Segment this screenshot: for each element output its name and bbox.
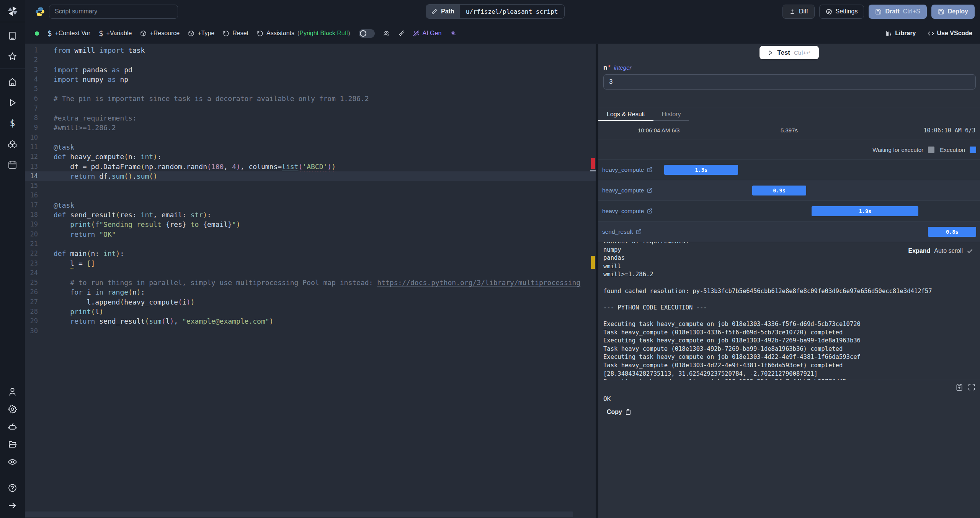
sidebar-item-home[interactable]	[5, 75, 20, 88]
job-link[interactable]: heavy_compute	[598, 208, 653, 215]
assistants-button[interactable]: Assistants (Pyright Black Ruff)	[257, 30, 350, 37]
code-line[interactable]: 13 df = pd.DataFrame(np.random.randn(100…	[25, 162, 596, 171]
execution-bar[interactable]: 0.8s	[928, 227, 976, 237]
sidebar-item-workers[interactable]	[5, 420, 20, 433]
sidebar-item-settings[interactable]	[5, 402, 20, 415]
path-breadcrumb[interactable]: Path u/rfiszel/pleasant_script	[426, 4, 565, 19]
format-code-button[interactable]	[398, 30, 405, 37]
sidebar-item-schedules[interactable]	[5, 158, 20, 171]
code-line[interactable]: 15	[25, 181, 596, 191]
sidebar-item-runs[interactable]	[5, 96, 20, 109]
test-button[interactable]: Test Ctrl+↵	[760, 46, 818, 59]
code-editor[interactable]: 1from wmill import task23import pandas a…	[25, 44, 596, 518]
copy-row: Copy	[598, 402, 980, 415]
run-panel: Test Ctrl+↵ n * integer Logs & Result Hi…	[598, 44, 980, 518]
draft-label: Draft	[885, 8, 899, 15]
vim-mode-toggle[interactable]	[359, 29, 375, 38]
execution-bar[interactable]: 1.3s	[664, 165, 738, 175]
arg-required-mark: *	[608, 64, 610, 71]
line-number: 10	[25, 133, 44, 142]
arg-n-input[interactable]	[603, 74, 976, 90]
script-summary-input[interactable]	[49, 5, 178, 19]
package-icon	[140, 30, 147, 37]
code-line[interactable]: 9#wmill>=1.286.2	[25, 123, 596, 132]
code-line[interactable]: 25 # to run things in parallel, simply u…	[25, 278, 596, 287]
windmill-logo[interactable]	[0, 0, 25, 22]
sidebar-item-audit-logs[interactable]	[5, 455, 20, 468]
diff-button[interactable]: Diff	[782, 5, 815, 19]
job-link[interactable]: send_result	[598, 228, 642, 235]
deploy-button[interactable]: Deploy	[931, 5, 975, 19]
sidebar-item-variables[interactable]: $	[5, 117, 20, 130]
line-number: 27	[25, 297, 44, 307]
execution-bar[interactable]: 0.9s	[752, 186, 807, 195]
maximize-icon[interactable]	[968, 383, 975, 391]
code-line[interactable]: 11@task	[25, 142, 596, 152]
clipboard-copy-icon[interactable]	[956, 383, 963, 391]
code-line[interactable]: 18def send_result(res: int, email: str):	[25, 210, 596, 220]
sidebar-item-workspace[interactable]	[5, 29, 20, 42]
tab-logs-result[interactable]: Logs & Result	[598, 108, 653, 121]
reset-button[interactable]: Reset	[223, 30, 248, 37]
help-button[interactable]	[5, 481, 20, 494]
code-line[interactable]: 12def heavy_compute(n: int):	[25, 152, 596, 161]
ai-gen-button[interactable]: AI Gen	[413, 30, 442, 37]
code-line[interactable]: 27 l.append(heavy_compute(i))	[25, 297, 596, 307]
code-line[interactable]: 5	[25, 84, 596, 94]
code-line[interactable]: 21	[25, 239, 596, 249]
code-line[interactable]: 14 return df.sum().sum()	[25, 171, 596, 181]
assistant-pyright: Pyright	[299, 30, 318, 36]
horizontal-scrollbar[interactable]	[25, 511, 573, 517]
code-line[interactable]: 3import pandas as pd	[25, 65, 596, 75]
check-icon[interactable]	[967, 248, 973, 254]
add-variable-button[interactable]: $ +Variable	[99, 29, 132, 37]
sidebar-item-resources[interactable]	[5, 137, 20, 150]
job-link[interactable]: heavy_compute	[598, 166, 653, 173]
code-line[interactable]: 10	[25, 133, 596, 142]
code-line[interactable]: 8#extra_requirements:	[25, 113, 596, 123]
sidebar-item-favorites[interactable]	[5, 50, 20, 63]
code-line[interactable]: 17@task	[25, 200, 596, 210]
code-line[interactable]: 2	[25, 55, 596, 65]
code-line[interactable]: 28 print(l)	[25, 307, 596, 316]
reset-label: Reset	[232, 30, 248, 37]
code-line[interactable]: 7	[25, 104, 596, 113]
add-context-var-label: +Context Var	[55, 30, 90, 37]
library-button[interactable]: Library	[885, 30, 916, 37]
code-line[interactable]: 16	[25, 191, 596, 200]
code-line[interactable]: 1from wmill import task	[25, 46, 596, 55]
code-line[interactable]: 24	[25, 268, 596, 278]
code-line[interactable]: 20 return "OK"	[25, 230, 596, 239]
multiplayer-button[interactable]	[383, 30, 390, 37]
sparkles-button[interactable]	[450, 30, 456, 37]
sidebar-item-folders[interactable]	[5, 438, 20, 451]
code-line[interactable]: 4import numpy as np	[25, 75, 596, 84]
code-line[interactable]: 26 for i in range(n):	[25, 287, 596, 297]
add-context-var-button[interactable]: $ +Context Var	[47, 29, 90, 37]
expand-sidebar-button[interactable]	[5, 499, 20, 512]
settings-button[interactable]: Settings	[819, 5, 864, 19]
code-line[interactable]: 6# The pin is important since task is a …	[25, 94, 596, 103]
code-line[interactable]: 23 l = []	[25, 259, 596, 268]
code-line[interactable]: 22def main(n: int):	[25, 249, 596, 258]
code-line[interactable]: 29 return send_result(sum(l), "example@e…	[25, 316, 596, 326]
add-resource-button[interactable]: +Resource	[140, 30, 180, 37]
copy-result-button[interactable]: Copy	[607, 409, 631, 415]
job-link[interactable]: heavy_compute	[598, 187, 653, 194]
add-type-button[interactable]: +Type	[188, 30, 214, 37]
logs-pane[interactable]: content of requirements:numpypandaswmill…	[598, 242, 980, 380]
execution-bar[interactable]: 1.9s	[812, 206, 918, 216]
sidebar-top-group	[0, 22, 25, 68]
tab-history[interactable]: History	[653, 108, 689, 121]
sidebar-item-user[interactable]	[5, 385, 20, 398]
code-line[interactable]: 19 print(f"Sending result {res} to {emai…	[25, 220, 596, 229]
autoscroll-label[interactable]: Auto scroll	[934, 248, 963, 254]
code-line[interactable]: 30	[25, 326, 596, 336]
expand-logs-button[interactable]: Expand	[908, 248, 931, 254]
panel-divider[interactable]	[596, 44, 598, 518]
use-vscode-button[interactable]: Use VScode	[928, 30, 972, 37]
draft-button[interactable]: Draft Ctrl+S	[869, 5, 926, 19]
legend-execution: Execution	[940, 147, 976, 153]
content: 1from wmill import task23import pandas a…	[25, 44, 980, 518]
path-edit-segment[interactable]: Path	[426, 5, 460, 18]
